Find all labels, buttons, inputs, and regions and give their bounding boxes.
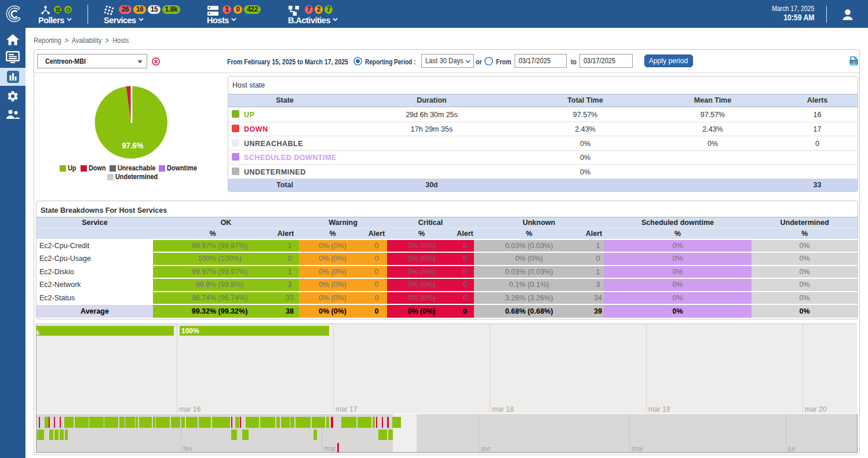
svg-text:CSV: CSV bbox=[851, 60, 858, 64]
svg-text:97.6%: 97.6% bbox=[122, 140, 143, 150]
